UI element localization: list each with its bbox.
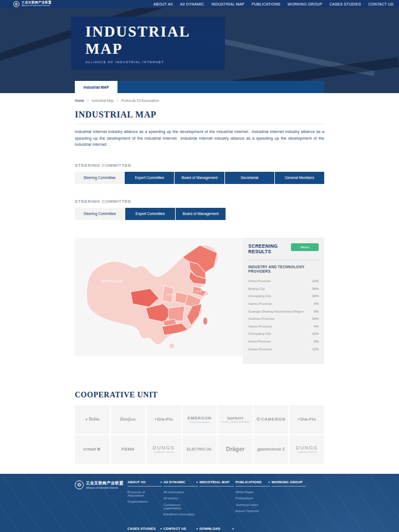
partner-logo-delta: ▲Delta	[75, 405, 110, 434]
china-map-container: 新疆维吾尔自治区 山西省 山东省	[75, 238, 243, 356]
hero-title-panel: INDUSTRIAL MAP ALLIANCE OF INDUSTRIAL IN…	[71, 17, 225, 70]
tab-steering-committee[interactable]: Steering Committee	[75, 172, 124, 184]
dot-icon: ●	[155, 417, 157, 421]
nav-item-cases-studies[interactable]: CASES STUDIES	[329, 2, 361, 6]
screening-row: Chongqing City12%	[248, 330, 319, 338]
nav-item-industrial-map[interactable]: INDUSTRIAL MAP	[211, 2, 244, 6]
footer-link-white-paper[interactable]: White Paper	[236, 490, 270, 494]
screening-row: Gansu Province5%	[248, 300, 319, 308]
footer-col-working-group-header[interactable]: WORKING GROUP	[272, 480, 306, 487]
province-name: Gansu Province	[248, 347, 272, 351]
tab-general-members[interactable]: General Members	[275, 172, 324, 184]
footer-link-conference[interactable]: Conference organization	[163, 503, 198, 510]
nav-item-contact-us[interactable]: CONTACT US	[368, 2, 393, 6]
committee-tabs-2: Steering Committee Expert Committee Boar…	[75, 208, 324, 220]
province-value: 12%	[312, 347, 319, 351]
footer-col-cases: CASES STUDIES▾ Use Case Testedbed	[127, 527, 162, 532]
province-value: 34%	[312, 287, 319, 290]
partner-logo-cameron: ⒸCAMERON	[254, 405, 289, 434]
nav-item-working-group[interactable]: WORKING GROUP	[288, 2, 323, 6]
province-region-taiwan[interactable]	[203, 317, 208, 325]
nav-item-dynamic[interactable]: AII DYNAMIC	[180, 2, 204, 6]
nav-item-publications[interactable]: PUBLICATIONS	[252, 2, 280, 6]
footer-col-download: DOWNLOAD▾ PPT Standards Technical inform…	[200, 527, 234, 532]
slashes-icon: ∥	[282, 447, 284, 451]
footer-link-expert-opinions[interactable]: Expert Opinions	[236, 509, 270, 513]
tab-expert-committee[interactable]: Expert Committee	[125, 172, 174, 184]
dot-icon: ●	[298, 417, 300, 421]
footer-link-exhibition[interactable]: Exhibition information	[163, 513, 198, 516]
map-label-shanxi: 山西省	[165, 293, 173, 295]
partner-logo-gastechnic: gastechnic ∥	[254, 435, 289, 464]
footer-col-contact-header[interactable]: CONTACT US▾	[163, 527, 198, 532]
c-mark-icon: Ⓒ	[257, 417, 260, 421]
screening-row: Gansu Province4%	[248, 323, 319, 330]
partner-logo-electro-oil: ELECTRO.OIL	[182, 435, 217, 464]
province-region-hainan[interactable]	[169, 343, 175, 349]
hero-tab-industrial-map[interactable]: Industrial MAP	[75, 81, 117, 93]
committee-tabs-1: Steering Committee Expert Committee Boar…	[75, 172, 324, 184]
footer-col-dynamic: AII DYNAMIC▾ All information All activit…	[163, 480, 198, 519]
breadcrumb-separator: >	[116, 99, 119, 103]
map-label-xinjiang: 新疆维吾尔自治区	[101, 279, 123, 283]
footer-col-working-group: WORKING GROUP	[272, 480, 306, 519]
hero-subtitle: ALLIANCE OF INDUSTRIAL INTERNET	[85, 60, 225, 64]
screening-row: Chongqing City42%	[248, 293, 319, 300]
footer-link-all-activity[interactable]: All activity	[163, 497, 198, 500]
tab-secretariat[interactable]: Secretariat	[225, 172, 274, 184]
partner-logo-emerson: EMERSONClimate Technologies	[182, 405, 217, 434]
footer-col-dynamic-header[interactable]: AII DYNAMIC▾	[163, 480, 198, 487]
page-intro: Industrial Internet industry alliance as…	[75, 129, 324, 148]
china-choropleth-map[interactable]: 新疆维吾尔自治区 山西省 山东省	[77, 240, 241, 354]
breadcrumb-industrial-map[interactable]: Industrial Map	[91, 99, 114, 103]
footer-col-contact: CONTACT US▾ Contact Us Join AII	[163, 527, 198, 532]
map-and-results-section: 新疆维吾尔自治区 山西省 山东省 SCREENING RESULTS Reset…	[75, 238, 324, 374]
chevron-down-icon: ▾	[196, 480, 198, 484]
province-value: 12%	[312, 279, 319, 283]
site-logo[interactable]: ⚙ 工业互联网产业联盟 Alliance of Industrial Inter…	[13, 1, 53, 7]
map-label-shandong: 山东省	[195, 289, 202, 292]
breadcrumb-current: Protocols Of Association	[121, 99, 159, 103]
breadcrumb-home[interactable]: Home	[75, 99, 84, 103]
province-value: 42%	[312, 294, 319, 298]
footer-col-publications-header[interactable]: PUBLICATIONS▾	[236, 480, 270, 487]
footer-link-protocols[interactable]: Protocols of Association	[127, 490, 162, 497]
main-content: Home > Industrial Map > Protocols Of Ass…	[75, 99, 324, 464]
footer-col-about-header[interactable]: ABOUT AII▾	[127, 480, 162, 487]
footer-link-publications[interactable]: Publications	[236, 497, 270, 500]
footer-logo[interactable]: ⚙ 工业互联网产业联盟 Alliance of Industrial Inter…	[75, 480, 127, 519]
nav-item-about[interactable]: ABOUT AII	[154, 2, 173, 6]
partner-logo-dungs: DUNGSCombustion Controls	[146, 435, 181, 464]
partner-logo-fema: FEMA	[111, 435, 146, 464]
footer-col-industrial-map: INDUSTRIAL MAP	[200, 480, 234, 519]
footer-link-technical-index[interactable]: Technical Index	[236, 503, 270, 507]
footer-col-download-header[interactable]: DOWNLOAD▾	[200, 527, 234, 532]
screening-row: Guizhou Province14%	[248, 315, 319, 323]
footer: ⚙ 工业互联网产业联盟 Alliance of Industrial Inter…	[0, 474, 399, 532]
footer-link-organizations[interactable]: Organizations	[127, 500, 162, 503]
tab-board-of-management[interactable]: Board of Management	[175, 172, 224, 184]
province-value: 5%	[314, 340, 319, 343]
screening-subtitle: INDUSTRY AND TECHNOLOGY PROVIDERS	[248, 265, 319, 274]
logo-en: Alliance of Industrial Internet	[22, 4, 50, 7]
footer-col-publications: PUBLICATIONS▾ White Paper Publications T…	[236, 480, 270, 519]
province-value: 12%	[312, 332, 319, 335]
province-name: Guangxi Zhuang Autonomous Region	[248, 310, 304, 313]
chevron-down-icon: ▾	[232, 527, 234, 530]
footer-logo-zh: 工业互联网产业联盟	[86, 480, 124, 486]
screening-results-title: SCREENING RESULTS	[248, 243, 278, 254]
footer-link-all-information[interactable]: All information	[163, 490, 198, 494]
province-name: Guizhou Province	[248, 317, 274, 320]
partner-logo-dungs-2: DUNGSCombustion Controls	[289, 435, 324, 464]
province-name: Anhui Province	[248, 340, 270, 343]
footer-col-industrial-map-header[interactable]: INDUSTRIAL MAP	[200, 480, 234, 487]
tab2-expert-committee[interactable]: Expert Committee	[125, 208, 175, 220]
tab2-board-of-management[interactable]: Board of Management	[176, 208, 226, 220]
screening-row: Guangxi Zhuang Autonomous Region5%	[248, 308, 319, 315]
province-region[interactable]	[168, 306, 185, 321]
tab2-steering-committee[interactable]: Steering Committee	[75, 208, 125, 220]
screening-rows: Anhui Province12% Beijing City34% Chongq…	[248, 278, 319, 353]
footer-col-cases-header[interactable]: CASES STUDIES▾	[127, 527, 162, 532]
reset-button[interactable]: Reset	[291, 243, 319, 251]
chevron-down-icon: ▾	[196, 527, 198, 530]
